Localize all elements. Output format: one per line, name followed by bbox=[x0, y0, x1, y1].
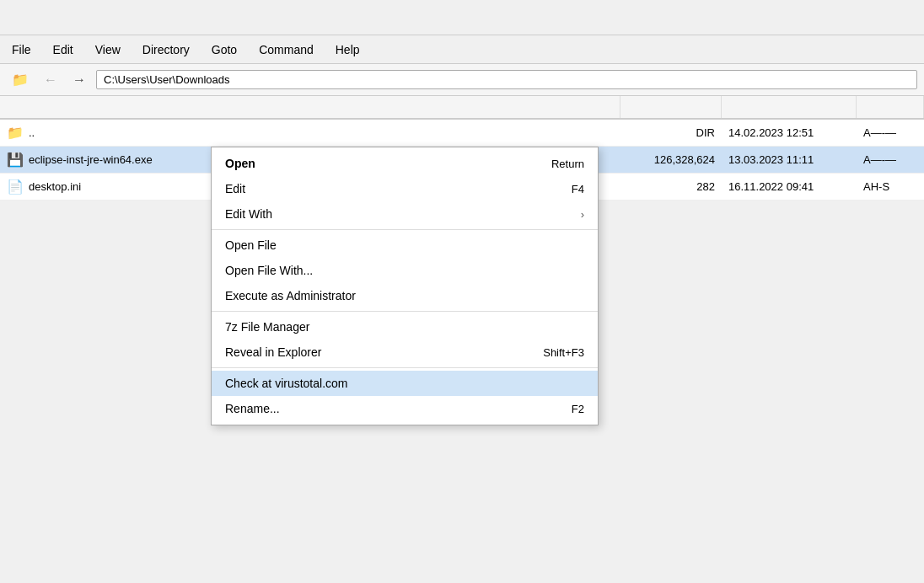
ctx-item-label: Edit With bbox=[225, 207, 272, 221]
title-bar bbox=[0, 0, 924, 35]
ctx-item-shortcut: Return bbox=[551, 158, 584, 170]
ctx-item-open-file-with---[interactable]: Open File With... bbox=[212, 258, 598, 283]
ctx-item-label: Open File bbox=[225, 238, 277, 252]
col-date bbox=[722, 96, 857, 118]
menu-item-command[interactable]: Command bbox=[249, 40, 324, 60]
menu-item-help[interactable]: Help bbox=[325, 40, 370, 60]
ctx-separator bbox=[212, 311, 598, 312]
path-input[interactable] bbox=[96, 70, 917, 89]
file-size-cell: 282 bbox=[620, 179, 722, 195]
ctx-item-label: Open bbox=[225, 157, 255, 170]
file-size-cell: DIR bbox=[620, 125, 722, 141]
ctx-item-edit[interactable]: EditF4 bbox=[212, 176, 598, 201]
file-size-cell: 126,328,624 bbox=[620, 152, 722, 168]
menu-item-file[interactable]: File bbox=[2, 40, 41, 60]
forward-button[interactable]: → bbox=[67, 70, 91, 90]
ctx-item-arrow: › bbox=[581, 208, 584, 221]
ctx-separator bbox=[212, 229, 598, 230]
ctx-item-open[interactable]: OpenReturn bbox=[212, 151, 598, 176]
file-name: desktop.ini bbox=[29, 180, 81, 193]
file-list-header bbox=[0, 96, 924, 120]
ctx-item-edit-with[interactable]: Edit With› bbox=[212, 201, 598, 227]
file-name: .. bbox=[29, 126, 35, 139]
back-button[interactable]: ← bbox=[39, 70, 62, 90]
ctx-item-7z-file-manager[interactable]: 7z File Manager bbox=[212, 314, 598, 340]
ctx-item-label: 7z File Manager bbox=[225, 320, 309, 334]
col-attr bbox=[857, 96, 924, 118]
toolbar: 📁 ← → bbox=[0, 64, 924, 96]
ctx-item-label: Open File With... bbox=[225, 264, 313, 277]
file-attr-cell: A—-— bbox=[857, 152, 924, 168]
col-name bbox=[0, 96, 620, 118]
ctx-item-label: Reveal in Explorer bbox=[225, 345, 321, 359]
ctx-item-label: Edit bbox=[225, 182, 245, 195]
folder-button[interactable]: 📁 bbox=[7, 69, 34, 90]
file-icon: 📄 bbox=[7, 179, 24, 195]
file-row[interactable]: 📁..DIR 14.02.2023 12:51A—-— bbox=[0, 120, 924, 147]
ctx-item-label: Execute as Administrator bbox=[225, 289, 356, 302]
ctx-separator bbox=[212, 367, 598, 368]
ctx-item-open-file[interactable]: Open File bbox=[212, 233, 598, 258]
menu-item-edit[interactable]: Edit bbox=[43, 40, 83, 60]
menu-item-directory[interactable]: Directory bbox=[132, 40, 200, 60]
file-date-cell: 13.03.2023 11:11 bbox=[722, 152, 857, 168]
ctx-item-reveal-in-explorer[interactable]: Reveal in ExplorerShift+F3 bbox=[212, 340, 598, 365]
file-attr-cell: A—-— bbox=[857, 125, 924, 141]
ctx-item-shortcut: Shift+F3 bbox=[543, 346, 584, 359]
ctx-item-check-at-virustotal-com[interactable]: Check at virustotal.com bbox=[212, 371, 598, 396]
ctx-item-rename---[interactable]: Rename...F2 bbox=[212, 396, 598, 421]
main-content: 📁..DIR 14.02.2023 12:51A—-—💾eclipse-inst… bbox=[0, 96, 924, 201]
file-date-cell: 14.02.2023 12:51 bbox=[722, 125, 857, 141]
menu-bar: FileEditViewDirectoryGotoCommandHelp bbox=[0, 35, 924, 64]
file-name-cell: 📁.. bbox=[0, 123, 620, 142]
ctx-item-label: Check at virustotal.com bbox=[225, 377, 348, 390]
file-icon: 📁 bbox=[7, 125, 24, 141]
file-name: eclipse-inst-jre-win64.exe bbox=[29, 153, 153, 166]
ctx-item-shortcut: F4 bbox=[572, 183, 584, 195]
ctx-item-label: Rename... bbox=[225, 402, 280, 415]
file-date-cell: 16.11.2022 09:41 bbox=[722, 179, 857, 195]
ctx-item-shortcut: F2 bbox=[572, 403, 584, 415]
menu-item-view[interactable]: View bbox=[85, 40, 131, 60]
menu-item-goto[interactable]: Goto bbox=[201, 40, 247, 60]
ctx-item-execute-as-administrator[interactable]: Execute as Administrator bbox=[212, 283, 598, 308]
context-menu: OpenReturnEditF4Edit With›Open FileOpen … bbox=[211, 147, 599, 425]
col-size bbox=[620, 96, 722, 118]
file-icon: 💾 bbox=[7, 152, 24, 168]
file-attr-cell: AH-S bbox=[857, 179, 924, 195]
